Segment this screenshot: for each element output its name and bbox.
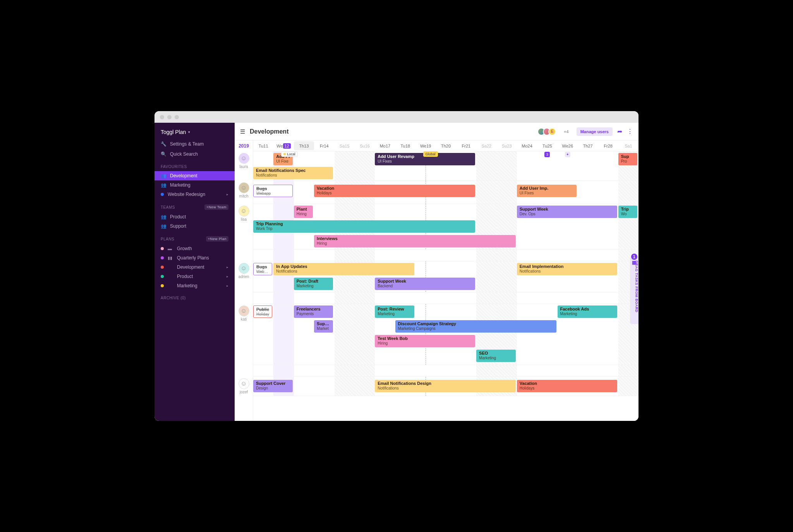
sidebar-item-growth[interactable]: ▬Growth [154,244,235,253]
global-tag[interactable]: Global [423,151,438,157]
task[interactable]: FreelancersPayments [294,305,333,318]
task[interactable]: Add User Imp.UI Fixes [517,185,577,197]
task[interactable]: Post: DraftMarketing [294,278,333,290]
task[interactable]: VacationHolidays [517,380,617,392]
window-close-dot[interactable] [160,115,164,119]
day-header[interactable]: Th 13 [294,141,314,150]
task[interactable]: SupPro [618,153,637,165]
day-header[interactable]: Su 23 [497,141,517,151]
day-badge[interactable]: 3 [544,152,550,157]
day-header[interactable]: Fr 21 [456,141,476,151]
task[interactable]: PlantHiring [294,206,313,218]
task[interactable]: SEOMarketing [476,350,516,362]
sidebar-item-development[interactable]: Development▸ [154,263,235,272]
task[interactable]: VacationHolidays [314,185,475,197]
task[interactable]: Trip PlanningWork Trip [253,220,475,233]
day-header[interactable]: Sa 22 [476,141,496,151]
new-plan-button[interactable]: +New Plan [206,236,228,242]
day-header[interactable]: Fr 14 [314,141,334,151]
sidebar-item-product[interactable]: 👥Product [154,212,235,221]
day-header[interactable]: We 12 [273,141,294,151]
task-subtitle: Backend [378,284,472,288]
task[interactable]: BugsWebapp [253,185,293,197]
window-min-dot[interactable] [167,115,172,119]
task[interactable]: PublicHoliday [253,305,272,318]
avatar: ☺ [239,263,249,274]
task[interactable]: Email ImplementationNotifications [517,263,617,275]
task[interactable]: TripWo [618,206,637,218]
task[interactable]: Support CoverDesign [253,380,293,392]
person-jozef[interactable]: ☺jozef [235,377,253,396]
plan-dot-icon [161,256,164,259]
task-subtitle: Notifications [378,386,513,391]
person-laura[interactable]: ☺laura [235,151,253,181]
task[interactable]: In App UpdatesNotifications [273,263,414,275]
task[interactable]: Support WeekBackend [375,278,475,290]
person-adrien[interactable]: ☺adrien [235,261,253,292]
task[interactable]: InterviewsHiring [314,235,516,247]
person-mitch[interactable]: ☺mitch [235,181,253,204]
day-header[interactable]: Fr 28 [598,141,618,151]
day-header[interactable]: Th 27 [578,141,598,151]
day-header[interactable]: Sa 15 [335,141,355,151]
day-badge-icon[interactable]: ✦ [565,152,570,157]
task[interactable]: BugsWebapp [253,263,272,275]
day-header[interactable]: Th 20 [436,141,456,151]
timeline-row: PlantHiringSupport WeekDev. OpsTripWoTri… [253,204,639,250]
day-header[interactable]: Su 16 [355,141,375,151]
sidebar-item-support[interactable]: 👥Support [154,221,235,231]
member-avatars[interactable]: E [540,128,556,136]
sidebar: Toggl Plan ▾ 🔧 Settings & Team 🔍 Quick S… [154,123,235,421]
task-title: Support Week [520,207,614,212]
drag-tasks-panel[interactable]: 1 ▦ DRAG TASKS FROM BOARD [630,257,639,324]
task-title: Test Week Bob [378,336,472,341]
task[interactable]: Email Notifications SpecNotifications [253,167,333,179]
task[interactable]: Post: ReviewMarketing [375,305,414,318]
person-kati[interactable]: ☺kati [235,304,253,365]
new-team-button[interactable]: +New Team [204,204,228,210]
avatar: ☺ [239,182,249,193]
task-subtitle: Webapp [256,191,290,196]
more-menu-icon[interactable]: ⋮ [627,128,633,135]
quick-search-link[interactable]: 🔍 Quick Search [154,149,235,159]
sidebar-item-product[interactable]: Product▸ [154,272,235,281]
task[interactable]: Email Notifications DesignNotifications [375,380,516,392]
sidebar-item-quarterly-plans[interactable]: ▮▮Quarterly Plans [154,253,235,263]
content-area: ☰ Development E +4 Manage users ➦ ⋮ 2019… [235,123,639,421]
task[interactable]: Test Week BobHiring [375,335,475,347]
sidebar-item-website-redesign[interactable]: Website Redesign▸ [154,190,235,199]
topbar: ☰ Development E +4 Manage users ➦ ⋮ [235,123,639,141]
day-header[interactable]: We 19 [415,141,436,151]
sidebar-item-marketing[interactable]: Marketing▸ [154,281,235,290]
settings-team-link[interactable]: 🔧 Settings & Team [154,139,235,149]
day-header[interactable]: Tu 25 [537,141,557,151]
task-subtitle: Marketing [560,312,614,316]
sidebar-item-development[interactable]: 👥Development [154,171,235,180]
collapse-sidebar-icon[interactable]: ☰ [240,128,245,135]
task[interactable]: Discount Campaign StrategyMarketing Camp… [395,320,556,333]
day-header[interactable]: Mo 17 [375,141,395,151]
chevron-right-icon: ▸ [227,265,228,269]
day-header[interactable]: Sa 1 [618,141,639,151]
window-max-dot[interactable] [175,115,179,119]
share-icon[interactable]: ➦ [617,128,622,135]
day-header[interactable]: Tu 11 [253,141,273,151]
manage-users-button[interactable]: Manage users [577,127,613,136]
day-header[interactable]: Mo 24 [517,141,537,151]
person-lisa[interactable]: ☺lisa [235,204,253,250]
day-header[interactable]: We 26 [558,141,578,151]
more-members-count[interactable]: +4 [564,129,569,134]
task[interactable]: Facebook AdsMarketing [558,305,617,318]
plan-dot-icon [161,266,164,269]
task-title: Trip [621,207,635,212]
task-subtitle: UI Fixes [378,159,472,164]
sidebar-item-marketing[interactable]: 👥Marketing [154,180,235,190]
day-header[interactable]: Tu 18 [395,141,415,151]
task[interactable]: Support WeekDev. Ops [517,206,617,218]
brand-menu[interactable]: Toggl Plan ▾ [154,127,235,139]
year-label[interactable]: 2019 [235,141,253,151]
task[interactable]: SupporMarket [314,320,333,333]
task-subtitle: Market [317,326,330,331]
local-tag[interactable]: Local [281,151,298,157]
timeline-grid[interactable]: Tu 11We 12Th 13Fr 14Sa 15Su 16Mo 17Tu 18… [253,141,639,421]
